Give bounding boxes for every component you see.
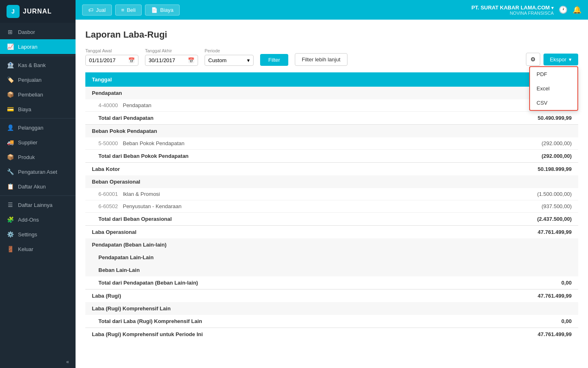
- sidebar-label-dasbor: Dasbor: [18, 29, 35, 35]
- filter-more-button[interactable]: Filter lebih lanjut: [295, 53, 347, 66]
- sidebar-item-keluar[interactable]: 🚪 Keluar: [0, 242, 76, 256]
- laba-row-label: Laba Kotor: [85, 163, 441, 176]
- periode-value: Custom: [208, 57, 227, 63]
- sidebar-item-pembelian[interactable]: 📦 Pembelian: [0, 87, 76, 102]
- sidebar-divider-1: [0, 56, 76, 56]
- sidebar-item-laporan[interactable]: 📈 Laporan: [0, 39, 76, 54]
- laba-row-label: Laba Operasional: [85, 226, 441, 239]
- logo-text: JURNAL: [23, 8, 52, 15]
- total-row-label: Total dari Beban Pokok Pendapatan: [85, 150, 441, 163]
- sidebar-item-produk[interactable]: 📦 Produk: [0, 150, 76, 164]
- calendar-icon-akhir[interactable]: 📅: [188, 57, 194, 63]
- sidebar-label-aset: Pengaturan Aset: [18, 169, 57, 175]
- row-label[interactable]: Pendapatan: [123, 102, 151, 108]
- export-arrow-icon: ▾: [569, 56, 572, 63]
- penjualan-icon: 🏷️: [7, 76, 14, 83]
- sidebar-divider-3: [0, 195, 76, 196]
- laba-row-value: 50.198.999,99: [441, 163, 578, 176]
- sidebar-label-addons: Add-Ons: [18, 217, 39, 223]
- total-row-label: Total dari Beban Operasional: [85, 213, 441, 226]
- row-label[interactable]: Iklan & Promosi: [123, 191, 160, 197]
- tanggal-akhir-label: Tanggal Akhir: [145, 48, 198, 53]
- tanggal-akhir-input[interactable]: [149, 57, 185, 63]
- sidebar-item-settings[interactable]: ⚙️ Settings: [0, 227, 76, 242]
- company-info: PT. SURAT KABAR LAMA.COM ▾ NOVINA FRANSI…: [472, 4, 554, 16]
- clock-icon[interactable]: 🕐: [559, 5, 568, 14]
- export-dropdown: PDF Excel CSV: [529, 66, 578, 111]
- sidebar-label-pembelian: Pembelian: [18, 92, 43, 98]
- row-code: 6-60502: [98, 203, 118, 209]
- total-row-value: 50.490.999,99: [441, 112, 578, 125]
- section-header-cell: Beban Pokok Pendapatan: [85, 125, 578, 138]
- daftar-akun-icon: 📋: [7, 183, 14, 190]
- sidebar-item-daftar-lainnya[interactable]: ☰ Daftar Lainnya: [0, 197, 76, 212]
- sidebar-item-penjualan[interactable]: 🏷️ Penjualan: [0, 72, 76, 87]
- laba-row-value: 47.761.499,99: [441, 226, 578, 239]
- sidebar-item-supplier[interactable]: 🚚 Supplier: [0, 135, 76, 150]
- sidebar-item-daftar-akun[interactable]: 📋 Daftar Akun: [0, 179, 76, 194]
- dasbor-icon: ⊞: [7, 29, 14, 35]
- export-csv[interactable]: CSV: [530, 96, 577, 110]
- sidebar-item-pengaturan-aset[interactable]: 🔧 Pengaturan Aset: [0, 164, 76, 179]
- data-row-value: (292.000,00): [441, 137, 578, 150]
- biaya-icon: 💳: [7, 106, 14, 112]
- sidebar-item-pelanggan[interactable]: 👤 Pelanggan: [0, 120, 76, 135]
- export-pdf[interactable]: PDF: [530, 67, 577, 81]
- settings-button[interactable]: ⚙: [526, 53, 540, 66]
- btn-beli[interactable]: ≡ Beli: [115, 4, 142, 16]
- biaya-icon-nav: 📄: [151, 7, 158, 13]
- sidebar-label-settings: Settings: [18, 231, 37, 238]
- laba-row-label: Laba (Rugi): [85, 289, 441, 303]
- sidebar-item-addons[interactable]: 🧩 Add-Ons: [0, 212, 76, 227]
- btn-jual[interactable]: 🏷 Jual: [82, 4, 112, 16]
- pelanggan-icon: 👤: [7, 124, 14, 131]
- main-content: Laporan Laba-Rugi Tanggal Awal 📅 Tanggal…: [76, 20, 588, 368]
- sidebar-label-produk: Produk: [18, 154, 35, 160]
- data-row-value: (937.500,00): [441, 200, 578, 213]
- sidebar-label-penjualan: Penjualan: [18, 77, 42, 83]
- row-code: 5-50000: [98, 140, 118, 146]
- sidebar: J JURNAL ⊞ Dasbor 📈 Laporan 🏦 Kas & Bank…: [0, 0, 76, 368]
- section-header-cell: Laba (Rugi) Komprehensif Lain: [85, 302, 578, 315]
- top-nav: 🏷 Jual ≡ Beli 📄 Biaya PT. SURAT KABAR LA…: [76, 0, 588, 20]
- btn-biaya[interactable]: 📄 Biaya: [145, 4, 180, 16]
- periode-select[interactable]: Custom ▾: [205, 55, 254, 66]
- sidebar-item-biaya[interactable]: 💳 Biaya: [0, 102, 76, 117]
- calendar-icon-awal[interactable]: 📅: [128, 57, 135, 63]
- row-label[interactable]: Penyusutan - Kendaraan: [123, 203, 182, 209]
- tanggal-awal-input[interactable]: [89, 57, 126, 63]
- data-row-value: (1.500.000,00): [441, 188, 578, 200]
- export-excel[interactable]: Excel: [530, 81, 577, 96]
- page-title: Laporan Laba-Rugi: [85, 29, 578, 40]
- export-wrap: Ekspor ▾ PDF Excel CSV: [543, 54, 578, 65]
- sidebar-label-daftar-akun: Daftar Akun: [18, 184, 46, 190]
- filter-button[interactable]: Filter: [260, 54, 288, 66]
- laba-row-value: 47.761.499,99: [441, 289, 578, 303]
- top-nav-right: PT. SURAT KABAR LAMA.COM ▾ NOVINA FRANSI…: [472, 4, 581, 16]
- logo-icon: J: [7, 5, 20, 18]
- sidebar-label-keluar: Keluar: [18, 246, 33, 252]
- row-label[interactable]: Beban Pokok Pendapatan: [123, 140, 185, 146]
- addons-icon: 🧩: [7, 216, 14, 223]
- report-table: Tanggal 01/11/2 Pendapatan4-40000Pendapa…: [85, 72, 578, 341]
- main-area: 🏷 Jual ≡ Beli 📄 Biaya PT. SURAT KABAR LA…: [76, 0, 588, 368]
- row-code: 4-40000: [98, 102, 118, 108]
- sidebar-collapse-button[interactable]: «: [0, 356, 76, 368]
- export-button[interactable]: Ekspor ▾: [543, 54, 578, 65]
- filter-actions: ⚙ Ekspor ▾ PDF Excel CSV: [526, 53, 578, 66]
- table-header-tanggal: Tanggal: [85, 72, 441, 87]
- laba-row-value: 47.761.499,99: [441, 328, 578, 341]
- produk-icon: 📦: [7, 154, 14, 160]
- tanggal-akhir-input-wrap: 📅: [145, 55, 198, 66]
- export-label: Ekspor: [550, 56, 566, 63]
- filter-tanggal-akhir: Tanggal Akhir 📅: [145, 48, 198, 66]
- sidebar-item-kas-bank[interactable]: 🏦 Kas & Bank: [0, 58, 76, 72]
- sidebar-item-dasbor[interactable]: ⊞ Dasbor: [0, 25, 76, 39]
- bell-icon[interactable]: 🔔: [572, 5, 581, 14]
- laporan-icon: 📈: [7, 43, 14, 50]
- total-row-label: Total dari Pendapatan (Beban Lain-lain): [85, 276, 441, 289]
- sidebar-logo: J JURNAL: [0, 0, 76, 23]
- total-row-value: 0,00: [441, 315, 578, 328]
- sidebar-label-biaya: Biaya: [18, 106, 31, 112]
- row-code: 6-60001: [98, 191, 118, 197]
